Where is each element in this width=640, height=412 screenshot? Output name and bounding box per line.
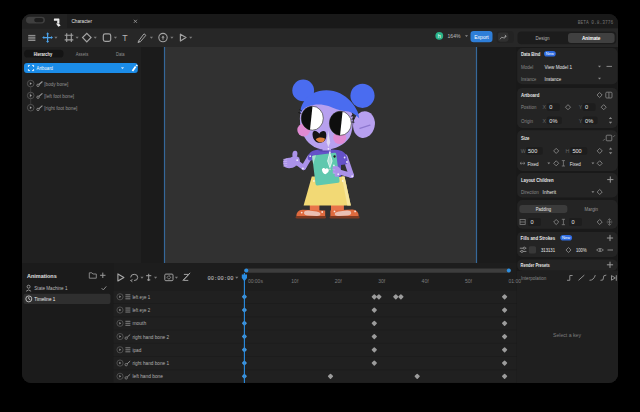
svg-text:0: 0 <box>585 104 588 110</box>
svg-text:01:00: 01:00 <box>508 278 521 284</box>
svg-text:right hand bone 2: right hand bone 2 <box>132 334 169 340</box>
svg-text:Render Presets: Render Presets <box>521 262 550 268</box>
svg-text:Interpolation: Interpolation <box>521 275 546 281</box>
svg-text:0%: 0% <box>549 118 557 124</box>
svg-text:313131: 313131 <box>541 247 555 253</box>
svg-text:Design: Design <box>536 35 550 41</box>
svg-text:Export: Export <box>474 34 489 40</box>
svg-text:30f: 30f <box>378 278 386 284</box>
svg-text:20f: 20f <box>335 278 343 284</box>
svg-text:500: 500 <box>528 148 537 154</box>
svg-text:h: h <box>438 33 441 39</box>
svg-text:ipad: ipad <box>132 347 141 353</box>
svg-text:right hand bone 1: right hand bone 1 <box>132 360 169 366</box>
svg-text:Select a key: Select a key <box>553 332 581 338</box>
svg-text:View Model 1: View Model 1 <box>545 64 573 70</box>
svg-text:Padding: Padding <box>536 206 552 212</box>
svg-text:164%: 164% <box>448 33 461 39</box>
svg-text:T: T <box>122 33 128 43</box>
svg-text:Instance: Instance <box>545 76 562 82</box>
svg-text:State Machine 1: State Machine 1 <box>34 285 67 291</box>
svg-text:mouth: mouth <box>132 320 146 326</box>
svg-text:[body bone]: [body bone] <box>44 81 69 87</box>
svg-text:Direction: Direction <box>521 189 539 195</box>
svg-text:Data Bind: Data Bind <box>521 51 540 57</box>
svg-text:500: 500 <box>572 148 581 154</box>
svg-text:Artboard: Artboard <box>521 92 539 98</box>
svg-text:00:00s: 00:00s <box>248 278 264 284</box>
svg-text:Model: Model <box>521 64 533 70</box>
svg-text:left hand bone: left hand bone <box>132 373 163 379</box>
svg-text:X: X <box>543 118 547 124</box>
svg-text:New: New <box>546 51 554 56</box>
svg-text:left eye 1: left eye 1 <box>132 294 150 300</box>
svg-text:left eye 2: left eye 2 <box>132 307 150 313</box>
svg-text:W: W <box>521 148 526 154</box>
svg-text:Instance: Instance <box>521 76 536 82</box>
svg-text:[right foot bone]: [right foot bone] <box>44 105 78 111</box>
svg-text:Size: Size <box>521 135 529 141</box>
svg-text:Y: Y <box>579 118 583 124</box>
svg-text:H: H <box>565 148 569 154</box>
svg-text:0: 0 <box>549 104 552 110</box>
svg-text:Animate: Animate <box>582 35 601 41</box>
svg-text:Y: Y <box>579 104 583 110</box>
svg-text:Origin: Origin <box>521 118 533 124</box>
svg-text:Data: Data <box>116 51 125 57</box>
svg-text:BETA 0.8.3776: BETA 0.8.3776 <box>578 20 614 25</box>
svg-text:Hierarchy: Hierarchy <box>34 51 53 57</box>
svg-text:40f: 40f <box>422 278 430 284</box>
svg-text:Assets: Assets <box>76 51 89 57</box>
svg-text:00:00:00: 00:00:00 <box>207 275 234 282</box>
svg-text:50f: 50f <box>465 278 473 284</box>
svg-text:Layout Children: Layout Children <box>521 177 554 183</box>
svg-text:Position: Position <box>521 104 536 110</box>
svg-text:Fixed: Fixed <box>528 161 539 167</box>
svg-text:Fixed: Fixed <box>570 161 581 167</box>
svg-text:Artboard: Artboard <box>37 65 53 71</box>
svg-text:0: 0 <box>531 219 534 225</box>
svg-text:Margin: Margin <box>585 206 599 212</box>
svg-text:Inherit: Inherit <box>543 189 557 195</box>
svg-text:Fills and Strokes: Fills and Strokes <box>521 235 556 241</box>
svg-text:0%: 0% <box>585 118 593 124</box>
svg-text:Timeline 1: Timeline 1 <box>34 296 55 302</box>
svg-text:[left foot bone]: [left foot bone] <box>44 93 74 99</box>
svg-text:Character: Character <box>72 18 93 24</box>
svg-text:New: New <box>562 235 570 240</box>
svg-text:100%: 100% <box>576 247 587 253</box>
svg-text:0: 0 <box>572 219 575 225</box>
svg-text:10f: 10f <box>291 278 299 284</box>
svg-text:X: X <box>543 104 547 110</box>
svg-text:Animations: Animations <box>27 273 57 279</box>
